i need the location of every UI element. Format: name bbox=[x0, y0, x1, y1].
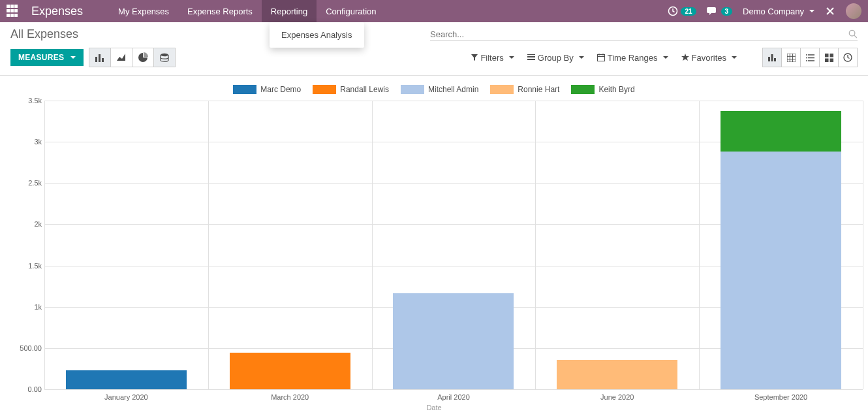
chart-tools: MEASURES bbox=[10, 48, 176, 67]
legend-swatch bbox=[571, 85, 595, 94]
bar-segment[interactable] bbox=[721, 111, 841, 152]
debug-icon[interactable] bbox=[825, 6, 835, 16]
nav-expense-reports[interactable]: Expense Reports bbox=[178, 0, 262, 22]
search-input[interactable] bbox=[430, 29, 848, 39]
filters-label: Filters bbox=[480, 53, 503, 63]
grid-icon bbox=[787, 54, 796, 62]
nav-configuration[interactable]: Configuration bbox=[317, 0, 385, 22]
svg-point-1 bbox=[850, 30, 856, 36]
main-navbar: Expenses My Expenses Expense Reports Rep… bbox=[0, 0, 868, 22]
svg-rect-14 bbox=[829, 54, 833, 57]
svg-rect-16 bbox=[829, 58, 833, 62]
dropdown-item-expenses-analysis[interactable]: Expenses Analysis bbox=[270, 26, 364, 44]
chart-area: Marc DemoRandall LewisMitchell AdminRonn… bbox=[0, 76, 868, 409]
chart-plot: 0.00500.001k1.5k2k2.5k3k3.5k bbox=[44, 101, 863, 389]
nav-my-expenses[interactable]: My Expenses bbox=[109, 0, 178, 22]
legend-swatch bbox=[401, 85, 424, 94]
search-icon bbox=[848, 29, 858, 39]
activity-badge: 21 bbox=[681, 7, 696, 16]
calendar-icon bbox=[597, 54, 605, 61]
legend-item[interactable]: Randall Lewis bbox=[313, 85, 389, 94]
bar-slot bbox=[535, 101, 699, 389]
view-list-button[interactable] bbox=[800, 48, 820, 67]
legend-label: Ronnie Hart bbox=[518, 85, 559, 94]
bar-chart-icon bbox=[767, 54, 777, 61]
svg-rect-3 bbox=[99, 54, 101, 62]
activity-indicator[interactable]: 21 bbox=[668, 6, 696, 16]
x-tick-label: September 2020 bbox=[699, 389, 863, 401]
y-tick-label: 3.5k bbox=[28, 97, 42, 104]
y-tick-label: 500.00 bbox=[20, 344, 42, 352]
favorites-label: Favorites bbox=[692, 53, 726, 63]
filters-dropdown[interactable]: Filters bbox=[465, 50, 520, 65]
bar-slot bbox=[208, 101, 372, 389]
timeranges-label: Time Ranges bbox=[608, 53, 658, 63]
view-activity-button[interactable] bbox=[838, 48, 858, 67]
bar-slot bbox=[44, 101, 208, 389]
svg-rect-7 bbox=[768, 57, 770, 61]
list-icon bbox=[806, 54, 814, 61]
x-tick-label: April 2020 bbox=[372, 389, 536, 401]
chart-type-bar-button[interactable] bbox=[89, 48, 111, 67]
bar-slot bbox=[699, 101, 863, 389]
view-switcher bbox=[763, 48, 858, 67]
bar-segment[interactable] bbox=[393, 293, 514, 389]
y-tick-label: 2.5k bbox=[28, 179, 42, 187]
bar-slot bbox=[372, 101, 536, 389]
apps-icon[interactable] bbox=[7, 5, 20, 18]
list-icon bbox=[527, 54, 535, 61]
user-avatar[interactable] bbox=[846, 3, 861, 19]
bar[interactable] bbox=[66, 101, 187, 389]
bar-segment[interactable] bbox=[66, 370, 187, 389]
bar[interactable] bbox=[557, 101, 677, 389]
speech-bubble-icon bbox=[707, 6, 719, 16]
clock-icon bbox=[668, 6, 678, 16]
bar[interactable] bbox=[721, 101, 841, 389]
control-panel: All Expenses MEASURES Filters bbox=[0, 22, 868, 76]
app-brand[interactable]: Expenses bbox=[31, 5, 83, 18]
search-bar[interactable] bbox=[430, 28, 858, 41]
kanban-icon bbox=[825, 54, 833, 62]
bar-segment[interactable] bbox=[557, 360, 677, 389]
groupby-dropdown[interactable]: Group By bbox=[521, 50, 591, 65]
x-axis-title: Date bbox=[5, 404, 863, 411]
groupby-label: Group By bbox=[538, 53, 574, 63]
bar-segment[interactable] bbox=[230, 353, 350, 389]
clock-icon bbox=[843, 53, 852, 62]
search-options: Filters Group By Time Ranges Favorites bbox=[465, 48, 858, 67]
chart-stacked-button[interactable] bbox=[153, 48, 176, 67]
svg-rect-8 bbox=[771, 54, 773, 61]
legend-label: Marc Demo bbox=[260, 85, 301, 94]
y-tick-label: 1.5k bbox=[28, 262, 42, 270]
y-tick-label: 3k bbox=[34, 138, 42, 146]
legend-swatch bbox=[313, 85, 336, 94]
favorites-dropdown[interactable]: Favorites bbox=[675, 50, 743, 65]
legend-item[interactable]: Mitchell Admin bbox=[401, 85, 478, 94]
bar[interactable] bbox=[230, 101, 350, 389]
legend-item[interactable]: Marc Demo bbox=[233, 85, 301, 94]
view-graph-button[interactable] bbox=[762, 48, 782, 67]
x-tick-label: January 2020 bbox=[44, 389, 208, 401]
view-kanban-button[interactable] bbox=[819, 48, 839, 67]
messaging-indicator[interactable]: 3 bbox=[707, 6, 733, 16]
x-axis-labels: January 2020March 2020April 2020June 202… bbox=[44, 389, 863, 401]
svg-point-12 bbox=[806, 60, 807, 61]
chart-type-pie-button[interactable] bbox=[132, 48, 154, 67]
bar[interactable] bbox=[393, 101, 514, 389]
nav-reporting[interactable]: Reporting bbox=[262, 0, 317, 22]
legend-item[interactable]: Keith Byrd bbox=[571, 85, 634, 94]
stack-icon bbox=[160, 53, 169, 62]
svg-point-10 bbox=[806, 54, 807, 56]
legend-item[interactable]: Ronnie Hart bbox=[490, 85, 559, 94]
star-icon bbox=[681, 54, 689, 61]
view-pivot-button[interactable] bbox=[781, 48, 801, 67]
systray: 21 3 Demo Company bbox=[668, 3, 861, 19]
legend-label: Mitchell Admin bbox=[428, 85, 478, 94]
x-tick-label: March 2020 bbox=[208, 389, 372, 401]
bar-segment[interactable] bbox=[721, 152, 841, 389]
company-selector[interactable]: Demo Company bbox=[743, 7, 814, 16]
chart-type-line-button[interactable] bbox=[110, 48, 132, 67]
measures-button[interactable]: MEASURES bbox=[10, 49, 84, 66]
bars-container bbox=[44, 101, 863, 389]
timeranges-dropdown[interactable]: Time Ranges bbox=[591, 50, 675, 65]
